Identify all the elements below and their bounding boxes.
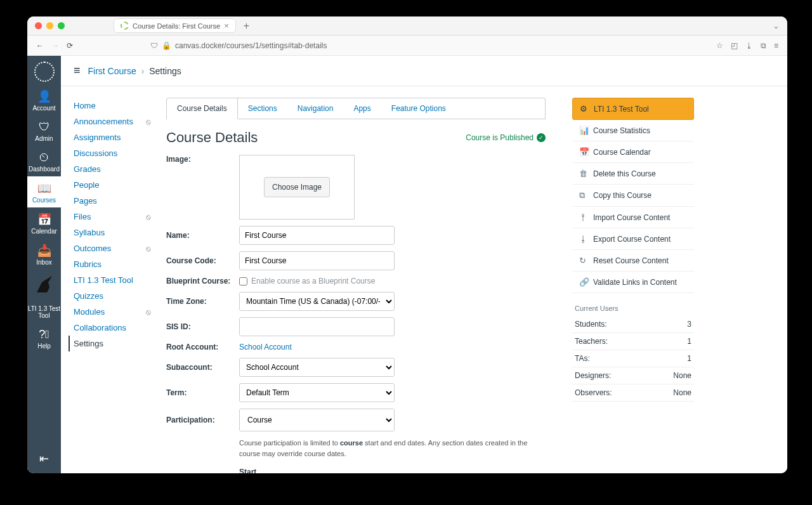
sb-reset-button[interactable]: ↻Reset Course Content [572, 250, 694, 272]
tab-course-details[interactable]: Course Details [167, 98, 238, 119]
global-nav: 👤Account 🛡Admin ⏲Dashboard 📖Courses 📅Cal… [27, 56, 61, 473]
nav-settings[interactable]: Settings [69, 336, 151, 351]
collapse-nav-button[interactable]: ⇤ [27, 447, 61, 473]
participation-select[interactable]: Course [239, 409, 395, 431]
hamburger-icon[interactable]: ≡ [74, 64, 81, 77]
address-field[interactable]: 🛡 🔒 canvas.docker/courses/1/settings#tab… [150, 41, 709, 50]
close-window-button[interactable] [35, 22, 42, 29]
hidden-icon: ⦸ [146, 213, 151, 221]
bookmark-star-icon[interactable]: ☆ [716, 41, 723, 50]
image-dropzone[interactable]: Choose Image [239, 155, 355, 220]
sb-calendar-button[interactable]: 📅Course Calendar [572, 141, 694, 163]
nav-people[interactable]: People [74, 177, 151, 193]
global-nav-account[interactable]: 👤Account [27, 84, 61, 115]
label-timezone: Time Zone: [166, 297, 239, 306]
nav-pages[interactable]: Pages [74, 193, 151, 209]
timezone-select[interactable]: Mountain Time (US & Canada) (-07:00/-06:… [239, 292, 395, 311]
url-bar: ← → ⟳ 🛡 🔒 canvas.docker/courses/1/settin… [27, 36, 787, 56]
sb-copy-button[interactable]: ⧉Copy this Course [572, 185, 694, 207]
nav-modules[interactable]: Modules⦸ [74, 304, 151, 320]
canvas-logo-icon[interactable] [34, 62, 55, 82]
collapse-icon: ⇤ [27, 452, 61, 466]
hidden-icon: ⦸ [146, 244, 151, 253]
shield-icon: 🛡 [27, 121, 61, 134]
new-tab-button[interactable]: + [240, 20, 253, 32]
nav-discussions[interactable]: Discussions [74, 145, 151, 161]
stat-students: Students:3 [572, 316, 694, 333]
global-nav-lti[interactable]: LTI 1.3 Test Tool [27, 300, 61, 323]
sb-delete-button[interactable]: 🗑Delete this Course [572, 163, 694, 185]
global-nav-inbox[interactable]: 📥Inbox [27, 239, 61, 270]
maximize-window-button[interactable] [58, 22, 65, 29]
nav-files[interactable]: Files⦸ [74, 209, 151, 225]
close-tab-icon[interactable]: × [224, 21, 229, 30]
nav-home[interactable]: Home [74, 98, 151, 114]
tab-apps[interactable]: Apps [343, 98, 381, 119]
current-users-heading: Current Users [575, 305, 694, 312]
menu-icon[interactable]: ≡ [774, 41, 778, 50]
stats-icon: 📊 [579, 126, 588, 135]
upload-icon: ⭱ [579, 213, 588, 222]
page-title: Course Details [166, 129, 258, 146]
global-nav-lti-unicorn[interactable] [27, 270, 61, 300]
subaccount-select[interactable]: School Account [239, 358, 395, 377]
pocket-icon[interactable]: ◰ [731, 41, 738, 50]
browser-tab[interactable]: Course Details: First Course × [114, 18, 236, 33]
global-nav-courses[interactable]: 📖Courses [27, 176, 61, 207]
downloads-icon[interactable]: ⭳ [745, 41, 753, 50]
label-sis: SIS ID: [166, 322, 239, 331]
page-body: Home Announcements⦸ Assignments Discussi… [61, 86, 787, 473]
reload-button[interactable]: ⟳ [67, 41, 73, 50]
sb-import-button[interactable]: ⭱Import Course Content [572, 207, 694, 228]
calendar-icon: 📅 [579, 147, 588, 157]
tab-sections[interactable]: Sections [238, 98, 287, 119]
sb-validate-button[interactable]: 🔗Validate Links in Content [572, 272, 694, 293]
insecure-lock-icon: 🔒 [162, 41, 171, 50]
global-nav-admin[interactable]: 🛡Admin [27, 115, 61, 146]
nav-assignments[interactable]: Assignments [74, 129, 151, 145]
nav-quizzes[interactable]: Quizzes [74, 288, 151, 304]
extensions-icon[interactable]: ⧉ [761, 41, 766, 50]
label-start: Start [239, 468, 546, 473]
download-icon: ⭳ [579, 234, 588, 244]
tab-overflow-icon[interactable]: ⌄ [773, 21, 780, 30]
hidden-icon: ⦸ [146, 117, 151, 126]
sb-stats-button[interactable]: 📊Course Statistics [572, 120, 694, 141]
course-code-input[interactable] [239, 251, 395, 270]
sb-export-button[interactable]: ⭳Export Course Content [572, 228, 694, 250]
global-nav-help[interactable]: ?⃝Help [27, 323, 61, 353]
inbox-icon: 📥 [27, 244, 61, 258]
sb-lti-button[interactable]: ⚙LTI 1.3 Test Tool [572, 98, 694, 120]
trash-icon: 🗑 [579, 169, 588, 178]
term-select[interactable]: Default Term [239, 383, 395, 402]
copy-icon: ⧉ [579, 190, 588, 200]
nav-announcements[interactable]: Announcements⦸ [74, 114, 151, 129]
nav-rubrics[interactable]: Rubrics [74, 256, 151, 272]
breadcrumb-course-link[interactable]: First Course [88, 66, 136, 76]
tab-navigation[interactable]: Navigation [287, 98, 344, 119]
label-subaccount: Subaccount: [166, 363, 239, 372]
content-area: ≡ First Course › Settings Home Announcem… [61, 56, 787, 473]
global-nav-dashboard[interactable]: ⏲Dashboard [27, 146, 61, 176]
nav-lti[interactable]: LTI 1.3 Test Tool [74, 272, 151, 288]
label-blueprint: Blueprint Course: [166, 277, 239, 285]
forward-button[interactable]: → [51, 41, 59, 50]
blueprint-checkbox[interactable]: Enable course as a Blueprint Course [239, 277, 375, 285]
global-nav-calendar[interactable]: 📅Calendar [27, 207, 61, 239]
choose-image-button[interactable]: Choose Image [264, 177, 330, 197]
minimize-window-button[interactable] [46, 22, 53, 29]
tab-title: Course Details: First Course [133, 22, 220, 30]
sis-id-input[interactable] [239, 317, 395, 336]
root-account-link[interactable]: School Account [239, 343, 292, 351]
participation-note: Course participation is limited to cours… [239, 438, 546, 459]
nav-collaborations[interactable]: Collaborations [74, 320, 151, 336]
favicon-icon [121, 22, 129, 30]
course-name-input[interactable] [239, 226, 395, 245]
nav-outcomes[interactable]: Outcomes⦸ [74, 240, 151, 256]
tab-feature-options[interactable]: Feature Options [381, 98, 456, 119]
back-button[interactable]: ← [36, 41, 44, 50]
book-icon: 📖 [27, 181, 61, 195]
stat-designers: Designers:None [572, 367, 694, 384]
nav-grades[interactable]: Grades [74, 161, 151, 177]
nav-syllabus[interactable]: Syllabus [74, 225, 151, 240]
